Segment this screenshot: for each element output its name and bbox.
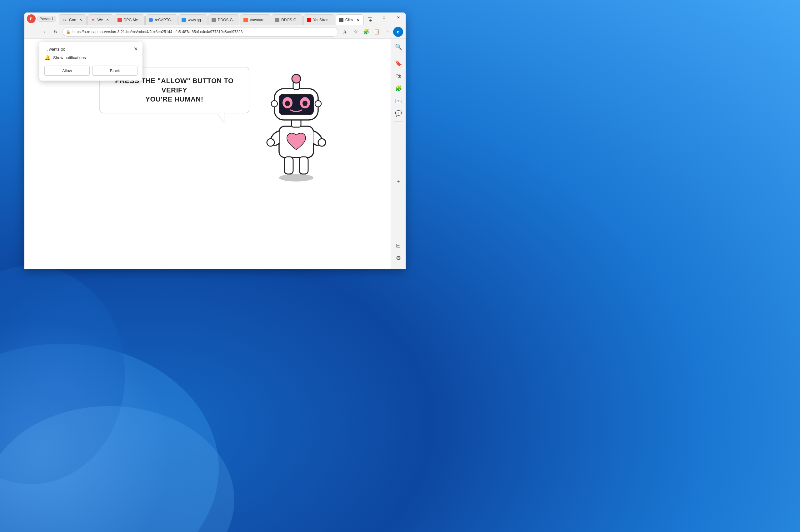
window-controls: — □ ✕ (362, 13, 406, 22)
svg-point-15 (302, 100, 308, 106)
svg-point-18 (271, 100, 278, 107)
forward-button[interactable]: → (39, 27, 49, 37)
back-button[interactable]: ← (27, 27, 37, 37)
maximize-button[interactable]: □ (377, 13, 391, 22)
url-bar[interactable]: 🔒 https://a.re-captha-version-3-21.icu/m… (62, 27, 338, 37)
tab-close-we[interactable]: ✕ (105, 18, 110, 22)
tabs-container: G Goo ✕ M We ✕ DPG Me... reCAPTC... (59, 13, 403, 25)
tab-favicon-recaptcha (149, 18, 153, 22)
tab-close-click[interactable]: ✕ (355, 18, 360, 22)
bell-icon: 🔔 (44, 55, 51, 61)
notification-popup: ✕ ... wants to: 🔔 Show notifications All… (39, 42, 143, 81)
svg-point-14 (285, 100, 290, 106)
svg-point-17 (292, 74, 301, 83)
refresh-button[interactable]: ↻ (51, 27, 61, 37)
tab-favicon-we: M (91, 18, 96, 22)
tab-label-dpg: DPG Me... (124, 18, 141, 22)
lock-icon: 🔒 (66, 30, 71, 34)
sidebar-settings[interactable]: ⚙ (393, 252, 404, 264)
address-bar: ← → ↻ 🔒 https://a.re-captha-version-3-21… (24, 25, 406, 39)
tab-vac[interactable]: Vacature... (240, 14, 271, 25)
bubble-line2: YOU'RE HUMAN! (145, 95, 203, 103)
tab-recaptcha[interactable]: reCAPTC... (145, 14, 178, 25)
tab-favicon-goo: G (62, 18, 67, 22)
popup-buttons: Allow Block (44, 65, 137, 76)
tab-label-ddos2: DDOS-G... (281, 18, 299, 22)
tab-label-recaptcha: reCAPTC... (155, 18, 174, 22)
collections-button[interactable]: 📋 (372, 27, 382, 37)
sidebar-layout[interactable]: ⊟ (393, 240, 404, 251)
robot-svg (262, 57, 331, 183)
more-button[interactable]: ··· (383, 27, 392, 37)
svg-point-5 (267, 139, 274, 146)
svg-point-19 (315, 100, 321, 107)
popup-wants-to-text: ... wants to: (44, 47, 137, 52)
favorites-button[interactable]: ☆ (351, 27, 360, 37)
permission-text: Show notifications (53, 55, 86, 60)
tab-label-ddos1: DDOS-G... (218, 18, 236, 22)
tab-favicon-vac (243, 18, 248, 22)
extensions-button[interactable]: 🧩 (361, 27, 371, 37)
tab-label-youstream: YouStrea... (313, 18, 332, 22)
tab-favicon-www (182, 18, 186, 22)
tab-www[interactable]: www.gg... (178, 14, 207, 25)
svg-rect-7 (284, 157, 293, 174)
tab-dpg[interactable]: DPG Me... (114, 14, 145, 25)
svg-point-3 (279, 174, 313, 182)
tab-favicon-click (339, 18, 343, 22)
page-content: ✕ ... wants to: 🔔 Show notifications All… (24, 39, 406, 269)
tab-youstream[interactable]: YouStrea... (303, 14, 335, 25)
tab-label-vac: Vacature... (250, 18, 267, 22)
svg-rect-8 (299, 157, 308, 174)
sidebar-zoom-in[interactable]: 🔍 (393, 41, 404, 53)
tab-label-we: We (97, 18, 103, 22)
read-aloud-button[interactable]: 𝐀 (340, 27, 350, 37)
sidebar-outlook[interactable]: 📧 (393, 95, 404, 107)
tab-favicon-ddos1 (211, 18, 216, 22)
title-bar: P Person 1 G Goo ✕ M We ✕ DPG Me... (24, 13, 406, 25)
tab-favicon-youstream (307, 18, 311, 22)
tab-goo[interactable]: G Goo ✕ (59, 14, 87, 25)
sidebar-divider-1 (394, 55, 403, 55)
svg-point-6 (318, 139, 325, 146)
minimize-button[interactable]: — (362, 13, 377, 22)
tab-label-click: Click (345, 18, 353, 22)
allow-button[interactable]: Allow (44, 65, 90, 76)
tab-label-goo: Goo (69, 18, 76, 22)
sidebar-add[interactable]: + (393, 176, 404, 187)
tab-favicon-dpg (117, 18, 122, 22)
url-text: https://a.re-captha-version-3-21.icu/ms/… (73, 30, 335, 34)
tab-click[interactable]: Click ✕ (336, 14, 364, 25)
right-sidebar: 🔍 🔖 🛍 🧩 📧 💬 + ⊟ ⚙ (391, 39, 406, 269)
popup-close-button[interactable]: ✕ (132, 45, 139, 53)
tab-ddos2[interactable]: DDOS-G... (272, 14, 303, 25)
sidebar-bookmark[interactable]: 🔖 (393, 58, 404, 69)
toolbar-icons: 𝐀 ☆ 🧩 📋 ··· e (340, 27, 403, 37)
tab-close-goo[interactable]: ✕ (78, 18, 83, 22)
tab-we[interactable]: M We ✕ (87, 14, 113, 25)
browser-window: P Person 1 G Goo ✕ M We ✕ DPG Me... (24, 13, 406, 269)
popup-permission: 🔔 Show notifications (44, 55, 137, 61)
robot-container (262, 57, 331, 176)
sidebar-shopping[interactable]: 🛍 (393, 70, 404, 81)
tab-label-www: www.gg... (188, 18, 204, 22)
sidebar-extensions[interactable]: 🧩 (393, 83, 404, 94)
profile-avatar[interactable]: P (27, 14, 36, 23)
tab-favicon-ddos2 (275, 18, 279, 22)
sidebar-divider-2 (394, 121, 403, 122)
edge-profile-icon[interactable]: e (393, 27, 403, 37)
sidebar-message[interactable]: 💬 (393, 108, 404, 119)
block-button[interactable]: Block (92, 65, 137, 76)
tab-ddos1[interactable]: DDOS-G... (208, 14, 239, 25)
close-button[interactable]: ✕ (391, 13, 406, 22)
profile-label[interactable]: Person 1 (37, 16, 56, 22)
